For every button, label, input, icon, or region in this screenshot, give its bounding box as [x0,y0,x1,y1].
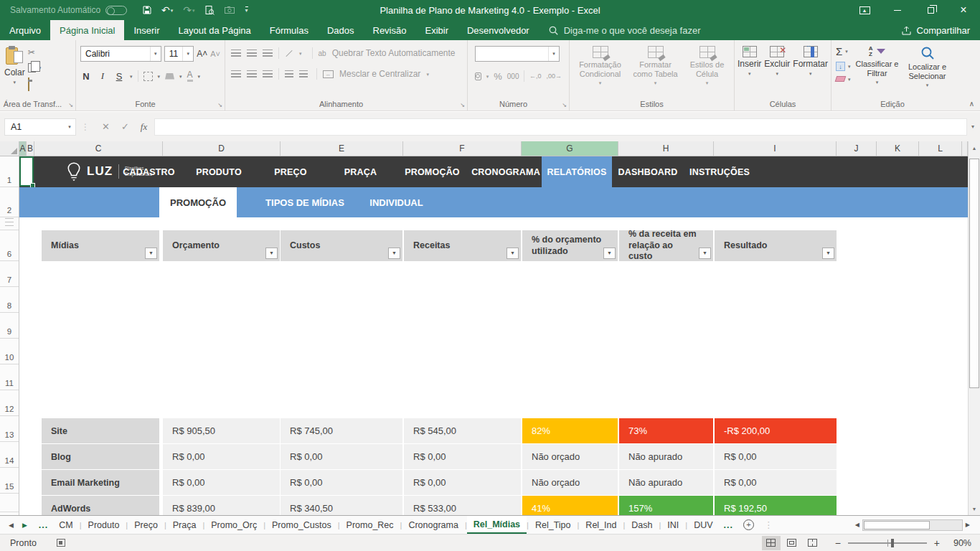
filter-dropdown-icon[interactable]: ▼ [388,248,400,259]
cell-budget[interactable]: R$ 839,00 [163,496,280,515]
insert-cells-button[interactable]: Inserir▾ [738,44,761,98]
cell-result[interactable]: R$ 0,00 [715,470,837,495]
merge-center-label[interactable]: Mesclar e Centralizar [339,69,420,79]
table-header-cell[interactable]: Orçamento▼ [163,230,280,261]
cell-pct_budget[interactable]: Não orçado [522,444,618,469]
row-header-2[interactable]: 2 [0,187,19,217]
redo-icon[interactable]: ↷▾ [183,4,194,16]
ribbon-tab-layout-da-página[interactable]: Layout da Página [169,20,260,40]
clipboard-dialog-launcher-icon[interactable]: ↘ [68,103,73,108]
filter-dropdown-icon[interactable]: ▼ [699,248,711,259]
horizontal-scrollbar-thumb[interactable] [864,521,930,529]
sheet-overflow-left[interactable]: ... [34,516,52,534]
formula-input[interactable] [154,118,967,136]
autosave-toggle[interactable] [105,6,127,15]
row-header-8[interactable]: 8 [0,287,19,313]
cell-budget[interactable]: R$ 905,50 [163,418,280,443]
normal-view-icon[interactable] [762,536,781,550]
filter-dropdown-icon[interactable]: ▼ [145,248,157,259]
bold-button[interactable]: N [80,71,92,82]
increase-decimal-icon[interactable]: ←,0 [529,72,542,80]
italic-button[interactable]: I [97,70,108,82]
filter-dropdown-icon[interactable]: ▼ [603,248,616,259]
nav-item-cadastro[interactable]: CADASTRO [115,156,183,187]
cell-media[interactable]: AdWords [42,496,159,515]
decrease-decimal-icon[interactable]: ,00→ [546,72,562,80]
sheet-prev-icon[interactable]: ◀ [9,522,14,529]
cell-revenue[interactable]: R$ 545,00 [404,418,521,443]
nav-item-produto[interactable]: PRODUTO [183,156,255,187]
align-right-icon[interactable] [263,70,273,77]
column-header-J[interactable]: J [837,141,877,156]
align-left-icon[interactable] [231,70,241,77]
vertical-scrollbar[interactable]: ▲ ▼ [968,141,980,515]
table-header-cell[interactable]: Custos▼ [281,230,402,261]
column-header-I[interactable]: I [714,141,837,156]
cell-costs[interactable]: R$ 0,00 [281,444,402,469]
ribbon-tab-inserir[interactable]: Inserir [124,20,169,40]
column-header-B[interactable]: B [27,141,34,156]
number-format-select[interactable]: ▾ [475,46,560,62]
align-bottom-icon[interactable] [263,50,273,57]
align-middle-icon[interactable] [247,50,257,57]
filter-dropdown-icon[interactable]: ▼ [265,248,278,259]
table-header-cell[interactable]: % da receita em relação ao custo▼ [619,230,713,261]
vertical-scrollbar-thumb[interactable] [969,159,979,388]
column-header-L[interactable]: L [919,141,962,156]
cell-costs[interactable]: R$ 340,50 [281,496,402,515]
nav-item-dashboard[interactable]: DASHBOARD [612,156,684,187]
sheet-tab-cm[interactable]: CM [52,516,79,534]
sheet-tab-duv[interactable]: DUV [687,516,719,534]
cell-revenue[interactable]: R$ 533,00 [404,496,521,515]
format-cells-button[interactable]: ↔ Formatar▾ [793,44,828,98]
column-header-E[interactable]: E [281,141,403,156]
row-header-10[interactable]: 10 [0,339,19,364]
column-header-K[interactable]: K [877,141,919,156]
zoom-slider-thumb[interactable] [891,539,894,547]
nav-item-instruções[interactable]: INSTRUÇÕES [684,156,755,187]
cell-pct_budget[interactable]: Não orçado [522,470,618,495]
cell-result[interactable]: -R$ 200,00 [715,418,837,443]
autosave-control[interactable]: Salvamento Automático [10,5,127,15]
accounting-format-icon[interactable] [475,72,481,80]
cell-revenue[interactable]: R$ 0,00 [404,470,521,495]
cancel-entry-icon[interactable]: ✕ [102,121,110,132]
horizontal-scrollbar[interactable]: ◀ ▶ [852,516,973,534]
sheet-tab-rel_mídias[interactable]: Rel_Mídias [467,516,527,534]
percent-style-icon[interactable]: % [494,71,502,82]
font-dialog-launcher-icon[interactable]: ↘ [217,103,222,108]
filter-dropdown-icon[interactable]: ▼ [822,248,834,259]
macro-record-icon[interactable] [57,539,65,547]
ribbon-tab-arquivo[interactable]: Arquivo [0,20,50,40]
fill-color-icon[interactable] [165,73,174,80]
insert-function-icon[interactable]: fx [141,121,147,133]
sort-filter-button[interactable]: AZ Classificar e Filtrar▾ [855,44,900,98]
row-header-7[interactable]: 7 [0,261,19,287]
subnav-tab-tipos-de-mídias[interactable]: TIPOS DE MÍDIAS [251,187,359,217]
paste-button[interactable]: Colar ▾ [4,44,25,98]
fill-icon[interactable]: ↓▾ [836,62,851,71]
shrink-font-icon[interactable]: A˅ [210,50,220,58]
column-header-G[interactable]: G [522,141,618,156]
wrap-text-label[interactable]: Quebrar Texto Automaticamente [332,48,456,58]
autosum-icon[interactable]: Σ▾ [836,46,851,57]
align-center-icon[interactable] [247,70,257,77]
cell-pct_revenue[interactable]: 73% [619,418,713,443]
save-icon[interactable] [143,6,151,14]
cell-styles-button[interactable]: Estilos de Célula ▾ [684,44,730,98]
undo-icon[interactable]: ↶▾ [161,4,173,16]
cell-costs[interactable]: R$ 0,00 [281,470,402,495]
close-icon[interactable]: × [947,0,980,20]
cell-costs[interactable]: R$ 745,00 [281,418,402,443]
ribbon-tab-exibir[interactable]: Exibir [415,20,458,40]
copy-icon[interactable]: ▾ [28,63,42,72]
hscroll-left-icon[interactable]: ◀ [852,522,862,528]
name-box[interactable]: A1 ▾ [4,118,76,136]
column-header-D[interactable]: D [163,141,281,156]
cell-pct_budget[interactable]: 41% [522,496,618,515]
sheet-tab-promo_orç[interactable]: Promo_Orç [204,516,263,534]
minimize-icon[interactable] [881,0,914,20]
zoom-slider[interactable] [848,542,927,544]
number-dialog-launcher-icon[interactable]: ↘ [562,103,567,108]
table-header-cell[interactable]: % do orçamento utilizado▼ [522,230,618,261]
